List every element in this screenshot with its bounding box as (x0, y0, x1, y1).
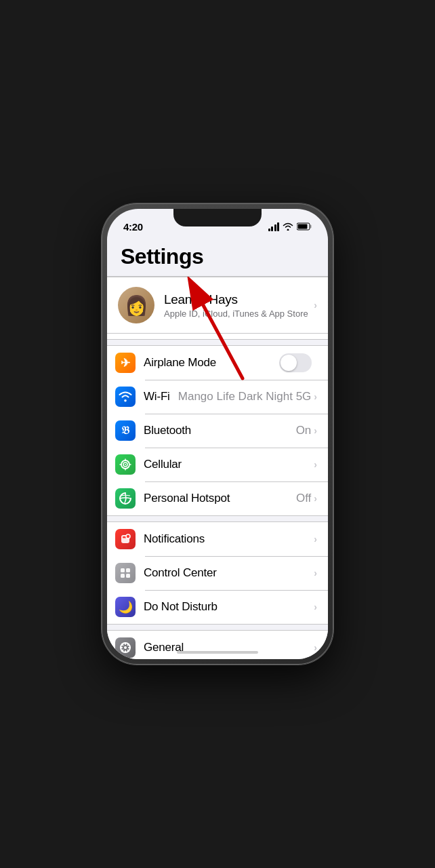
cellular-right: › (314, 459, 317, 470)
status-icons (268, 222, 312, 231)
airplane-mode-row[interactable]: ✈ Airplane Mode (107, 346, 328, 380)
svg-rect-1 (310, 225, 312, 229)
svg-rect-16 (126, 574, 130, 578)
personal-hotspot-icon (115, 488, 136, 509)
personal-hotspot-row[interactable]: Personal Hotspot Off › (107, 481, 328, 515)
svg-rect-2 (298, 224, 308, 229)
cellular-row[interactable]: Cellular › (107, 448, 328, 481)
wifi-chevron: › (314, 391, 317, 402)
personal-hotspot-label: Personal Hotspot (144, 492, 230, 505)
notch (173, 209, 262, 226)
apple-id-row[interactable]: 👩 Leanne Hays Apple ID, iCloud, iTunes &… (107, 277, 328, 334)
airplane-mode-right (279, 353, 317, 372)
wifi-value: Mango Life Dark Night 5G (178, 390, 312, 403)
airplane-mode-icon: ✈ (115, 353, 136, 373)
screen-content: Settings 👩 Leanne Hays Apple ID, iCloud,… (107, 239, 328, 659)
do-not-disturb-content: Do Not Disturb › (144, 600, 317, 614)
wifi-content: Wi-Fi Mango Life Dark Night 5G › (144, 390, 317, 403)
wifi-label: Wi-Fi (144, 390, 170, 403)
home-indicator (177, 651, 258, 654)
svg-rect-13 (121, 568, 125, 572)
control-center-chevron: › (314, 568, 317, 578)
apple-id-text: Leanne Hays Apple ID, iCloud, iTunes & A… (164, 292, 314, 319)
phone-frame: 4:20 (102, 203, 333, 665)
bluetooth-chevron: › (314, 425, 317, 436)
svg-line-26 (122, 650, 123, 652)
control-center-label: Control Center (144, 566, 217, 580)
bluetooth-row[interactable]: 𝔅 Bluetooth On › (107, 414, 328, 448)
do-not-disturb-row[interactable]: 🌙 Do Not Disturb › (107, 590, 328, 624)
bluetooth-right: On › (296, 424, 317, 437)
page-title: Settings (107, 239, 328, 276)
airplane-mode-content: Airplane Mode (144, 353, 317, 372)
bluetooth-icon: 𝔅 (115, 420, 136, 441)
apple-id-name: Leanne Hays (164, 292, 314, 307)
signal-icon (268, 222, 280, 231)
svg-point-12 (126, 534, 130, 538)
notifications-chevron: › (314, 534, 317, 545)
do-not-disturb-icon: 🌙 (115, 597, 136, 617)
svg-point-5 (125, 464, 126, 465)
svg-line-24 (128, 650, 129, 652)
battery-icon (297, 222, 312, 231)
svg-rect-15 (121, 574, 125, 578)
wifi-right: Mango Life Dark Night 5G › (178, 390, 317, 403)
svg-line-25 (128, 644, 129, 646)
status-time: 4:20 (123, 221, 143, 233)
bluetooth-content: Bluetooth On › (144, 424, 317, 437)
do-not-disturb-chevron: › (314, 601, 317, 612)
cellular-chevron: › (314, 459, 317, 470)
svg-line-23 (122, 644, 123, 646)
control-center-right: › (314, 568, 317, 578)
notifications-label: Notifications (144, 532, 205, 546)
wifi-icon-row (115, 387, 136, 407)
control-center-row[interactable]: Control Center › (107, 556, 328, 590)
svg-point-18 (124, 646, 127, 649)
general-row[interactable]: General › (107, 631, 328, 659)
cellular-content: Cellular › (144, 458, 317, 471)
notifications-icon (115, 529, 136, 549)
personal-hotspot-value: Off (296, 492, 311, 505)
control-center-content: Control Center › (144, 566, 317, 580)
do-not-disturb-label: Do Not Disturb (144, 600, 218, 614)
personal-hotspot-right: Off › (296, 492, 317, 505)
notifications-content: Notifications › (144, 532, 317, 546)
notifications-right: › (314, 534, 317, 545)
apple-id-chevron: › (314, 300, 317, 311)
personal-hotspot-content: Personal Hotspot Off › (144, 492, 317, 505)
cellular-label: Cellular (144, 458, 182, 471)
do-not-disturb-right: › (314, 601, 317, 612)
bluetooth-value: On (296, 424, 312, 437)
avatar: 👩 (118, 287, 154, 323)
airplane-mode-label: Airplane Mode (144, 356, 216, 370)
apple-id-section: 👩 Leanne Hays Apple ID, iCloud, iTunes &… (107, 276, 328, 340)
general-section: General › AA Display & Brightness › (107, 630, 328, 659)
apple-id-subtitle: Apple ID, iCloud, iTunes & App Store (164, 309, 314, 319)
general-chevron: › (314, 642, 317, 653)
wifi-icon (283, 222, 293, 231)
airplane-mode-toggle[interactable] (279, 353, 312, 372)
general-icon (115, 637, 136, 658)
svg-rect-14 (126, 568, 130, 572)
control-center-icon (115, 563, 136, 583)
wifi-row[interactable]: Wi-Fi Mango Life Dark Night 5G › (107, 380, 328, 414)
notifications-row[interactable]: Notifications › (107, 522, 328, 556)
personal-hotspot-chevron: › (314, 493, 317, 504)
phone-screen: 4:20 (107, 209, 328, 659)
notifications-section: Notifications › (107, 521, 328, 625)
connectivity-section: ✈ Airplane Mode (107, 345, 328, 516)
bluetooth-label: Bluetooth (144, 424, 191, 437)
general-right: › (314, 642, 317, 653)
cellular-icon (115, 454, 136, 475)
